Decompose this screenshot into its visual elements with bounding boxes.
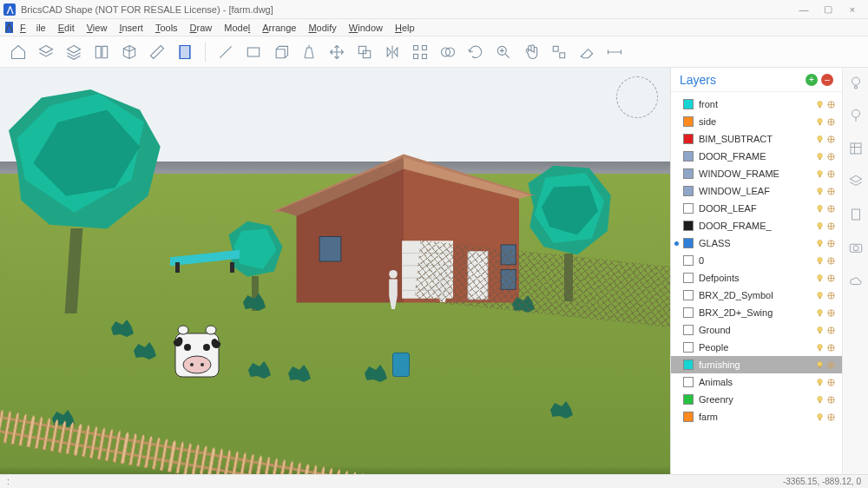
menu-window[interactable]: Window <box>344 21 388 35</box>
visibility-icon[interactable] <box>814 360 825 370</box>
layer-row[interactable]: People <box>671 339 842 356</box>
freeze-icon[interactable] <box>825 308 837 318</box>
visibility-icon[interactable] <box>814 256 825 266</box>
layer-row[interactable]: WINDOW_LEAF <box>671 182 842 200</box>
layer-row[interactable]: DOOR_FRAME <box>671 148 842 165</box>
line-icon[interactable] <box>216 43 235 62</box>
box-icon[interactable] <box>272 43 291 62</box>
visibility-icon[interactable] <box>814 204 825 214</box>
freeze-icon[interactable] <box>825 274 837 283</box>
visibility-icon[interactable] <box>814 308 825 318</box>
freeze-icon[interactable] <box>825 204 837 214</box>
remove-layer-button[interactable]: – <box>821 74 833 86</box>
visibility-icon[interactable] <box>814 152 825 162</box>
freeze-icon[interactable] <box>825 169 837 179</box>
layer-row[interactable]: Greenry <box>671 391 842 408</box>
layer-list[interactable]: frontsideBIM_SUBTRACTDOOR_FRAMEWINDOW_FR… <box>671 92 842 474</box>
freeze-icon[interactable] <box>825 378 837 387</box>
layer-row[interactable]: DOOR_LEAF <box>671 200 842 217</box>
layer-row[interactable]: front <box>671 96 842 113</box>
visibility-icon[interactable] <box>814 395 825 405</box>
layers-stack-icon[interactable] <box>36 43 56 62</box>
union-icon[interactable] <box>438 43 457 62</box>
maximize-button[interactable]: ▢ <box>816 2 840 17</box>
freeze-icon[interactable] <box>825 343 837 353</box>
visibility-icon[interactable] <box>814 291 825 300</box>
view-compass-icon[interactable] <box>616 76 658 118</box>
pan-icon[interactable] <box>522 43 541 62</box>
layer-row[interactable]: side <box>671 113 842 130</box>
bulb-icon[interactable] <box>848 75 864 94</box>
minimize-button[interactable]: — <box>792 2 816 17</box>
visibility-icon[interactable] <box>814 412 825 422</box>
visibility-icon[interactable] <box>814 187 825 196</box>
structure-icon[interactable] <box>848 207 864 226</box>
array-icon[interactable] <box>411 43 430 62</box>
book-icon[interactable] <box>92 43 111 62</box>
ruler-icon[interactable] <box>148 43 167 62</box>
menu-view[interactable]: View <box>82 21 113 35</box>
visibility-icon[interactable] <box>814 100 825 109</box>
freeze-icon[interactable] <box>825 135 837 144</box>
zoom-icon[interactable] <box>494 43 513 62</box>
menu-modify[interactable]: Modify <box>303 21 341 35</box>
freeze-icon[interactable] <box>825 395 837 405</box>
layer-row[interactable]: BRX_2D_Symbol <box>671 287 842 304</box>
move-icon[interactable] <box>327 43 346 62</box>
measure-icon[interactable] <box>605 43 624 62</box>
cloud-icon[interactable] <box>848 273 864 292</box>
layer-row[interactable]: BRX_2D+_Swing <box>671 304 842 321</box>
freeze-icon[interactable] <box>825 100 837 109</box>
visibility-icon[interactable] <box>814 343 825 353</box>
stack-icon[interactable] <box>848 174 864 193</box>
freeze-icon[interactable] <box>825 412 837 422</box>
visibility-icon[interactable] <box>814 221 825 231</box>
mirror-icon[interactable] <box>383 43 402 62</box>
freeze-icon[interactable] <box>825 187 837 196</box>
freeze-icon[interactable] <box>825 360 837 370</box>
visibility-icon[interactable] <box>814 239 825 248</box>
copy-icon[interactable] <box>355 43 374 62</box>
layer-row[interactable]: BIM_SUBTRACT <box>671 130 842 148</box>
layers-stack2-icon[interactable] <box>64 43 83 62</box>
layer-row[interactable]: furnishing <box>671 356 842 373</box>
menu-edit[interactable]: Edit <box>53 21 80 35</box>
3d-viewport[interactable] <box>0 68 670 474</box>
menu-file[interactable]: File <box>15 21 51 35</box>
rotate-icon[interactable] <box>466 43 485 62</box>
select-icon[interactable] <box>549 43 569 62</box>
visibility-icon[interactable] <box>814 117 825 127</box>
home-icon[interactable] <box>9 43 28 62</box>
menu-arrange[interactable]: Arrange <box>257 21 301 35</box>
freeze-icon[interactable] <box>825 117 837 127</box>
section-icon[interactable] <box>175 43 194 62</box>
cube-icon[interactable] <box>120 43 139 62</box>
add-layer-button[interactable]: + <box>806 74 818 86</box>
close-button[interactable]: × <box>840 2 865 17</box>
menu-model[interactable]: Model <box>219 21 255 35</box>
visibility-icon[interactable] <box>814 378 825 387</box>
freeze-icon[interactable] <box>825 256 837 266</box>
extrude-icon[interactable] <box>299 43 319 62</box>
visibility-icon[interactable] <box>814 135 825 144</box>
materials-icon[interactable] <box>848 141 864 160</box>
camera-icon[interactable] <box>848 240 864 259</box>
layer-row[interactable]: Ground <box>671 321 842 339</box>
menu-help[interactable]: Help <box>390 21 420 35</box>
layer-row[interactable]: GLASS <box>671 234 842 252</box>
menu-draw[interactable]: Draw <box>185 21 218 35</box>
erase-icon[interactable] <box>577 43 596 62</box>
rect-icon[interactable] <box>244 43 263 62</box>
freeze-icon[interactable] <box>825 291 837 300</box>
freeze-icon[interactable] <box>825 152 837 162</box>
visibility-icon[interactable] <box>814 326 825 335</box>
menu-insert[interactable]: Insert <box>114 21 148 35</box>
freeze-icon[interactable] <box>825 326 837 335</box>
app-menu-icon[interactable]: ⋀ <box>5 22 13 33</box>
menu-tools[interactable]: Tools <box>150 21 183 35</box>
layer-row[interactable]: WINDOW_FRAME <box>671 165 842 182</box>
layer-row[interactable]: 0 <box>671 252 842 269</box>
freeze-icon[interactable] <box>825 239 837 248</box>
visibility-icon[interactable] <box>814 274 825 283</box>
balloon-icon[interactable] <box>848 108 864 127</box>
